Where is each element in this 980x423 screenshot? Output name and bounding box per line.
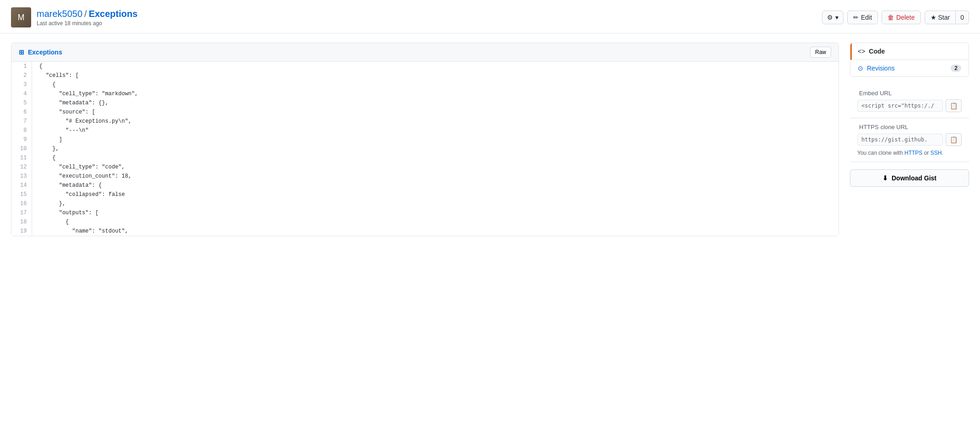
table-row: 11 { (11, 153, 838, 163)
line-number: 6 (11, 108, 32, 117)
line-number: 13 (11, 172, 32, 181)
git-icon: ⊙ (858, 65, 863, 72)
pencil-icon: ✏ (853, 14, 859, 21)
https-link[interactable]: HTTPS (904, 150, 922, 156)
raw-button[interactable]: Raw (810, 47, 831, 58)
line-code: { (32, 153, 838, 163)
download-gist-button[interactable]: ⬇ Download Gist (850, 169, 969, 187)
line-code: { (32, 217, 838, 227)
last-active-text: Last active 18 minutes ago (37, 20, 137, 27)
table-row: 18 { (11, 217, 838, 227)
line-number: 1 (11, 62, 32, 71)
line-code: "source": [ (32, 108, 838, 117)
line-number: 18 (11, 217, 32, 227)
code-icon: <> (858, 48, 865, 55)
code-panel-header: ⊞ Exceptions Raw (11, 43, 838, 62)
line-number: 10 (11, 144, 32, 153)
embed-label: EmbedURL (857, 90, 962, 97)
table-row: 1 { (11, 62, 838, 71)
file-icon: ⊞ (19, 49, 24, 56)
line-code: "cell_type": "markdown", (32, 89, 838, 98)
trash-icon: 🗑 (887, 14, 894, 21)
line-code: { (32, 80, 838, 89)
star-group: ★ Star 0 (925, 11, 969, 24)
title-block: marek5050/Exceptions Last active 18 minu… (37, 9, 137, 27)
line-code: }, (32, 199, 838, 208)
star-icon: ★ (931, 14, 936, 21)
line-code: "cells": [ (32, 71, 838, 80)
embed-url-row: 📋 (857, 99, 962, 112)
line-code: }, (32, 144, 838, 153)
delete-label: Delete (896, 14, 915, 21)
table-row: 9 ] (11, 135, 838, 144)
gear-icon: ⚙ (827, 14, 833, 21)
table-row: 12 "cell_type": "code", (11, 163, 838, 172)
code-panel: ⊞ Exceptions Raw 1 { 2 "cells": [ 3 { 4 … (11, 43, 839, 236)
line-number: 12 (11, 163, 32, 172)
line-number: 11 (11, 153, 32, 163)
line-code: { (32, 62, 838, 71)
line-code: ] (32, 135, 838, 144)
https-copy-button[interactable]: 📋 (946, 133, 962, 146)
table-row: 6 "source": [ (11, 108, 838, 117)
gear-button[interactable]: ⚙ ▾ (822, 11, 844, 24)
line-number: 17 (11, 208, 32, 217)
line-number: 7 (11, 117, 32, 126)
dropdown-icon: ▾ (835, 14, 838, 21)
code-table: 1 { 2 "cells": [ 3 { 4 "cell_type": "mar… (11, 62, 838, 236)
sidebar-nav: <> Code ⊙ Revisions 2 (850, 43, 969, 77)
table-row: 3 { (11, 80, 838, 89)
https-block: HTTPSclone URL 📋 You can clone with HTTP… (850, 118, 969, 162)
code-body: 1 { 2 "cells": [ 3 { 4 "cell_type": "mar… (11, 62, 838, 236)
line-number: 2 (11, 71, 32, 80)
main-content: ⊞ Exceptions Raw 1 { 2 "cells": [ 3 { 4 … (0, 33, 980, 245)
code-nav-label: Code (869, 48, 885, 55)
username-link[interactable]: marek5050 (37, 9, 82, 19)
table-row: 4 "cell_type": "markdown", (11, 89, 838, 98)
line-number: 16 (11, 199, 32, 208)
embed-block: EmbedURL 📋 (850, 84, 969, 118)
line-number: 8 (11, 126, 32, 135)
table-row: 14 "metadata": { (11, 181, 838, 190)
line-code: "metadata": { (32, 181, 838, 190)
embed-url-input[interactable] (857, 100, 943, 112)
breadcrumb-slash: / (84, 9, 87, 19)
table-row: 17 "outputs": [ (11, 208, 838, 217)
clipboard-icon-2: 📋 (950, 136, 958, 143)
edit-button[interactable]: ✏ Edit (847, 11, 878, 24)
line-number: 14 (11, 181, 32, 190)
gist-name-link[interactable]: Exceptions (89, 9, 138, 19)
line-number: 15 (11, 190, 32, 199)
https-url-input[interactable] (857, 134, 943, 146)
line-code: "cell_type": "code", (32, 163, 838, 172)
table-row: 19 "name": "stdout", (11, 227, 838, 236)
star-button[interactable]: ★ Star (925, 11, 956, 24)
code-file-name: Exceptions (28, 49, 62, 56)
download-label: Download Gist (892, 174, 936, 182)
table-row: 13 "execution_count": 18, (11, 172, 838, 181)
line-number: 19 (11, 227, 32, 236)
sidebar: <> Code ⊙ Revisions 2 EmbedURL 📋 (850, 43, 969, 187)
sidebar-item-code[interactable]: <> Code (850, 43, 969, 60)
embed-copy-button[interactable]: 📋 (946, 99, 962, 112)
line-number: 3 (11, 80, 32, 89)
star-count[interactable]: 0 (956, 11, 969, 24)
download-icon: ⬇ (882, 174, 888, 182)
revisions-nav-label: Revisions (867, 65, 895, 72)
line-code: "outputs": [ (32, 208, 838, 217)
page-header: M marek5050/Exceptions Last active 18 mi… (0, 0, 980, 33)
clone-note: You can clone with HTTPS or SSH. (857, 150, 962, 156)
line-number: 4 (11, 89, 32, 98)
table-row: 16 }, (11, 199, 838, 208)
header-actions: ⚙ ▾ ✏ Edit 🗑 Delete ★ Star 0 (822, 11, 969, 24)
star-label: Star (938, 14, 950, 21)
table-row: 2 "cells": [ (11, 71, 838, 80)
table-row: 10 }, (11, 144, 838, 153)
delete-button[interactable]: 🗑 Delete (882, 11, 920, 24)
line-code: "# Exceptions.py\n", (32, 117, 838, 126)
sidebar-item-revisions[interactable]: ⊙ Revisions 2 (850, 60, 969, 76)
clipboard-icon: 📋 (950, 102, 958, 109)
header-left: M marek5050/Exceptions Last active 18 mi… (11, 7, 137, 27)
line-number: 5 (11, 98, 32, 108)
ssh-link[interactable]: SSH (931, 150, 942, 156)
